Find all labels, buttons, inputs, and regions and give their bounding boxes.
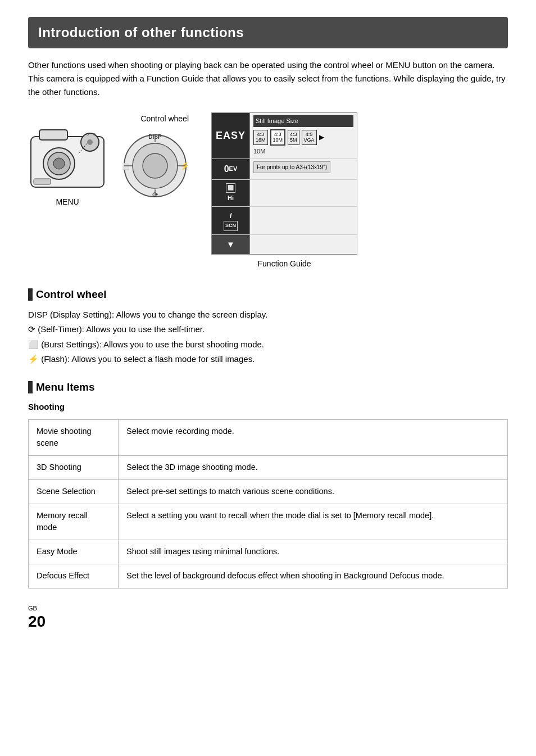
table-row: Easy Mode Shoot still images using minim… [29,540,508,564]
size-arrow: ▶ [319,132,324,142]
cw-timer-text: ⟳ (Self-Timer): Allows you to use the se… [28,324,205,334]
menu-item-label: Scene Selection [29,479,119,504]
function-guide-label: Function Guide [258,258,311,270]
cw-disp-text: DISP (Display Setting): Allows you to ch… [28,310,267,319]
function-guide-panel: EASY Still Image Size 4:316M 4:310M 4:35… [211,112,357,255]
menu-item-description: Select movie recording mode. [119,419,508,456]
size-box-5m: 4:35M [288,130,299,146]
camera-diagram: Control wheel o [28,112,194,208]
svg-text:o: o [87,132,89,136]
shooting-sub-heading: Shooting [28,401,508,414]
menu-item-label: Movie shooting scene [29,419,119,456]
fg-row-scn: i SCN [212,207,357,235]
svg-rect-9 [34,179,51,184]
svg-point-4 [53,158,65,169]
page-lang: GB 20 [28,605,46,630]
svg-text:⬜: ⬜ [122,162,130,170]
svg-point-6 [87,139,93,145]
page-header: Introduction of other functions [28,17,508,48]
fg-oev-content: For prints up to A3+(13x19") [250,159,357,179]
page-footer: GB 20 [28,605,508,630]
cw-item-burst: ⬜ (Burst Settings): Allows you to use th… [28,338,508,351]
menu-item-label: Defocus Effect [29,564,119,588]
function-guide-wrap: EASY Still Image Size 4:316M 4:310M 4:35… [211,112,357,270]
menu-item-label: Memory recall mode [29,504,119,540]
menu-items-table: Movie shooting scene Select movie record… [28,419,508,588]
table-row: 3D Shooting Select the 3D image shooting… [29,456,508,480]
menu-item-description: Select a setting you want to recall when… [119,504,508,540]
section-bar-menu-icon [28,381,33,393]
fg-arrow-content [250,235,357,255]
cw-item-timer: ⟳ (Self-Timer): Allows you to use the se… [28,323,508,336]
diagram-area: Control wheel o [28,112,508,270]
fg-10m-label: 10M [253,147,353,156]
svg-rect-1 [39,130,67,140]
menu-item-description: Select pre-set settings to match various… [119,479,508,504]
fg-print-label: For prints up to A3+(13x19") [253,161,330,173]
camera-body-svg: o o [28,125,107,193]
page-title: Introduction of other functions [38,22,498,43]
cw-item-flash: ⚡ (Flash): Allows you to select a flash … [28,353,508,366]
menu-item-description: Set the level of background defocus effe… [119,564,508,588]
fg-row-down: ▼ [212,235,357,255]
fg-row-oev: 0EV For prints up to A3+(13x19") [212,159,357,180]
control-wheel-items: DISP (Display Setting): Allows you to ch… [28,309,508,366]
still-image-size-header: Still Image Size [253,115,353,127]
fg-row-easy: EASY Still Image Size 4:316M 4:310M 4:35… [212,113,357,159]
control-wheel-section-heading: Control wheel [28,287,508,303]
cw-flash-text: ⚡ (Flash): Allows you to select a flash … [28,354,255,364]
svg-point-13 [143,153,167,178]
fg-hi-content [250,180,357,206]
table-row: Memory recall mode Select a setting you … [29,504,508,540]
menu-item-label: 3D Shooting [29,456,119,480]
fg-easy-content: Still Image Size 4:316M 4:310M 4:35M 4:5… [250,113,357,159]
size-options: 4:316M 4:310M 4:35M 4:5VGA ▶ [253,129,353,146]
menu-item-label: Easy Mode [29,540,119,564]
table-row: Scene Selection Select pre-set settings … [29,479,508,504]
fg-oev-label: 0EV [212,159,250,179]
fg-easy-label: EASY [212,113,250,159]
control-wheel-title: Control wheel [36,287,107,303]
svg-text:o: o [93,132,96,136]
control-wheel-detail: DISP ⚡ ⟳ ⬜ [116,125,194,198]
intro-text: Other functions used when shooting or pl… [28,58,508,99]
table-row: Movie shooting scene Select movie record… [29,419,508,456]
fg-scn-content [250,207,357,234]
cw-burst-text: ⬜ (Burst Settings): Allows you to use th… [28,339,264,349]
section-bar-icon [28,288,33,301]
size-box-vga: 4:5VGA [302,130,317,146]
menu-item-description: Select the 3D image shooting mode. [119,456,508,480]
control-wheel-label: Control wheel [140,114,189,123]
size-box-10m: 4:310M [270,129,286,146]
menu-table-body: Movie shooting scene Select movie record… [29,419,508,588]
camera-body: o o MENU [28,125,107,208]
fg-scn-label: i SCN [212,207,250,234]
size-box-16m: 4:316M [253,130,268,146]
table-row: Defocus Effect Set the level of backgrou… [29,564,508,588]
fg-arrow-label: ▼ [212,235,250,255]
menu-items-section-heading: Menu Items [28,379,508,396]
menu-label: MENU [56,196,79,208]
cw-item-disp: DISP (Display Setting): Allows you to ch… [28,309,508,322]
fg-hi-label: ⬜ Hi [212,180,250,206]
camera-svg-group: o o MENU DISP [28,125,194,208]
fg-row-hi: ⬜ Hi [212,180,357,207]
control-wheel-svg: DISP ⚡ ⟳ ⬜ [116,125,194,198]
menu-item-description: Shoot still images using minimal functio… [119,540,508,564]
menu-items-title: Menu Items [36,379,95,396]
